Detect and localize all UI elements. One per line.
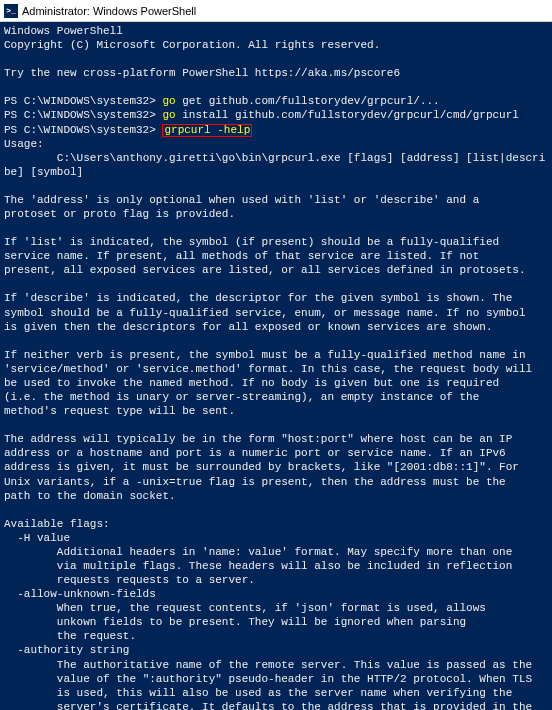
ps-try-line: Try the new cross-platform PowerShell ht… bbox=[4, 67, 400, 79]
help-para-describe: If 'describe' is indicated, the descript… bbox=[4, 292, 526, 332]
help-para-address: The 'address' is only optional when used… bbox=[4, 194, 479, 220]
flag-authority-name: -authority string bbox=[4, 644, 129, 656]
cmd3-highlighted: grpcurl -help bbox=[162, 124, 252, 137]
help-para-method: If neither verb is present, the symbol m… bbox=[4, 349, 532, 417]
help-para-address-format: The address will typically be in the for… bbox=[4, 433, 519, 501]
cmd1-keyword: go bbox=[162, 95, 175, 107]
flag-allow-unknown-desc: When true, the request contents, if 'jso… bbox=[4, 602, 486, 642]
cmd2-keyword: go bbox=[162, 109, 175, 121]
help-para-list: If 'list' is indicated, the symbol (if p… bbox=[4, 236, 526, 276]
ps-header: Windows PowerShell bbox=[4, 25, 123, 37]
flag-authority-desc: The authoritative name of the remote ser… bbox=[4, 659, 532, 710]
cmd1-args: get github.com/fullstorydev/grpcurl/... bbox=[176, 95, 440, 107]
prompt-1: PS C:\WINDOWS\system32> bbox=[4, 95, 156, 107]
prompt-3: PS C:\WINDOWS\system32> bbox=[4, 124, 156, 136]
flag-allow-unknown-name: -allow-unknown-fields bbox=[4, 588, 156, 600]
usage-line: C:\Users\anthony.giretti\go\bin\grpcurl.… bbox=[4, 152, 545, 178]
usage-label: Usage: bbox=[4, 138, 44, 150]
flag-H-desc: Additional headers in 'name: value' form… bbox=[4, 546, 512, 586]
ps-copyright: Copyright (C) Microsoft Corporation. All… bbox=[4, 39, 380, 51]
flag-H-name: -H value bbox=[4, 532, 70, 544]
terminal-area[interactable]: Windows PowerShell Copyright (C) Microso… bbox=[0, 22, 552, 710]
window-title: Administrator: Windows PowerShell bbox=[22, 5, 196, 17]
flags-header: Available flags: bbox=[4, 518, 110, 530]
cmd2-args: install github.com/fullstorydev/grpcurl/… bbox=[176, 109, 519, 121]
window-titlebar[interactable]: >_ Administrator: Windows PowerShell bbox=[0, 0, 552, 22]
powershell-icon: >_ bbox=[4, 4, 18, 18]
prompt-2: PS C:\WINDOWS\system32> bbox=[4, 109, 156, 121]
